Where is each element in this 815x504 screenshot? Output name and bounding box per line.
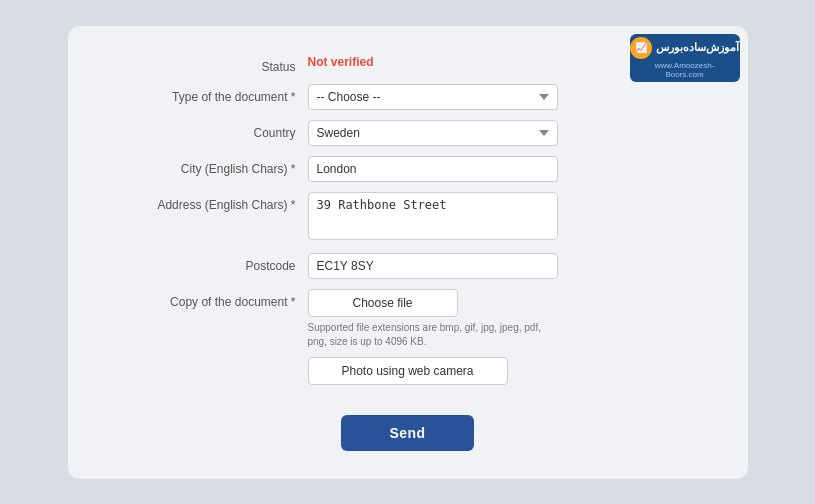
status-value: Not verified: [308, 49, 374, 69]
country-label: Country: [98, 120, 308, 140]
copy-doc-control: Choose file Supported file extensions ar…: [308, 289, 718, 385]
copy-doc-label: Copy of the document *: [98, 289, 308, 309]
logo-top: 📈 آموزش‌ساده‌بورس: [630, 37, 739, 59]
doc-type-row: Type of the document * -- Choose -- Pass…: [98, 84, 718, 110]
country-control: Sweden United Kingdom USA Germany: [308, 120, 718, 146]
address-control: 39 Rathbone Street: [308, 192, 718, 243]
city-input[interactable]: [308, 156, 558, 182]
city-row: City (English Chars) *: [98, 156, 718, 182]
postcode-control: [308, 253, 718, 279]
status-label: Status: [98, 54, 308, 74]
logo-sub-text: www.Amoozesh-Boors.com: [638, 61, 732, 79]
choose-file-button[interactable]: Choose file: [308, 289, 458, 317]
address-label: Address (English Chars) *: [98, 192, 308, 212]
doc-type-control: -- Choose -- Passport ID Card Driver Lic…: [308, 84, 718, 110]
form-section: Status Not verified Type of the document…: [98, 54, 718, 395]
webcam-button[interactable]: Photo using web camera: [308, 357, 508, 385]
doc-type-select[interactable]: -- Choose -- Passport ID Card Driver Lic…: [308, 84, 558, 110]
city-control: [308, 156, 718, 182]
logo-icon: 📈: [630, 37, 652, 59]
postcode-input[interactable]: [308, 253, 558, 279]
logo-badge: 📈 آموزش‌ساده‌بورس www.Amoozesh-Boors.com: [630, 34, 740, 82]
doc-type-label: Type of the document *: [98, 84, 308, 104]
send-button[interactable]: Send: [341, 415, 473, 451]
logo-main-text: آموزش‌ساده‌بورس: [656, 41, 739, 54]
address-textarea[interactable]: 39 Rathbone Street: [308, 192, 558, 240]
city-label: City (English Chars) *: [98, 156, 308, 176]
copy-doc-row: Copy of the document * Choose file Suppo…: [98, 289, 718, 385]
file-hint-text: Supported file extensions are bmp, gif, …: [308, 321, 548, 349]
address-row: Address (English Chars) * 39 Rathbone St…: [98, 192, 718, 243]
country-row: Country Sweden United Kingdom USA German…: [98, 120, 718, 146]
postcode-row: Postcode: [98, 253, 718, 279]
main-card: 📈 آموزش‌ساده‌بورس www.Amoozesh-Boors.com…: [68, 26, 748, 479]
postcode-label: Postcode: [98, 253, 308, 273]
country-select[interactable]: Sweden United Kingdom USA Germany: [308, 120, 558, 146]
status-row: Status Not verified: [98, 54, 718, 74]
send-section: Send: [98, 415, 718, 451]
